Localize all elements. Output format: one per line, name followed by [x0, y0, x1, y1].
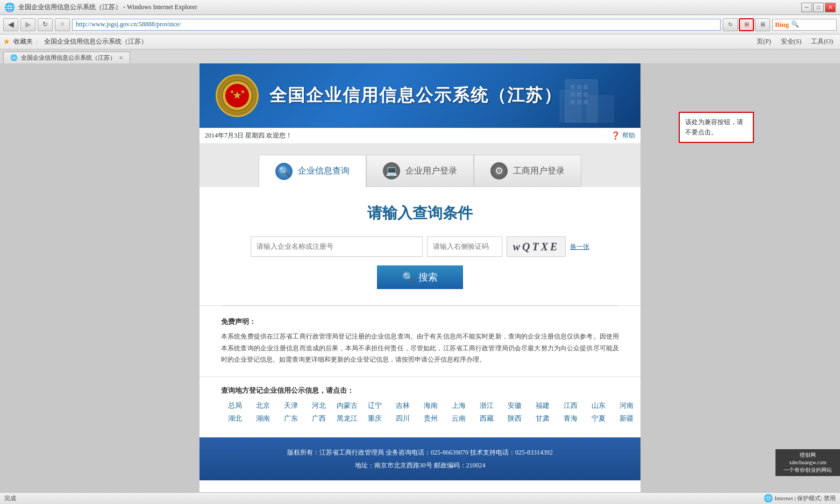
disclaimer-title: 免费声明： — [221, 317, 619, 327]
close-button[interactable]: ✕ — [825, 3, 836, 12]
tab-enterprise-login[interactable]: 💻 企业用户登录 — [366, 155, 474, 187]
province-link-浙江[interactable]: 浙江 — [473, 401, 501, 411]
province-link-湖南[interactable]: 湖南 — [249, 414, 277, 423]
disclaimer-section: 免费声明： 本系统免费提供在江苏省工商行政管理局登记注册的企业信息查询。由于有关… — [200, 306, 640, 377]
province-link-宁夏[interactable]: 宁夏 — [585, 414, 613, 423]
address-box[interactable]: http://www.jsgsj.gov.cn:58888/province/ — [72, 19, 721, 31]
tab-search-label: 企业信息查询 — [298, 165, 350, 177]
tab-close-button[interactable]: ✕ — [119, 55, 123, 61]
help-text: 帮助 — [622, 131, 635, 140]
province-link-上海[interactable]: 上海 — [445, 401, 473, 411]
date-text: 2014年7月3日 星期四 欢迎您！ — [205, 131, 292, 140]
site-title: 全国企业信用信息公示系统（江苏） — [269, 84, 562, 107]
province-row-2: 湖北 湖南 广东 广西 黑龙江 重庆 四川 贵州 云南 西藏 陕西 甘肃 青海 … — [221, 414, 619, 423]
favorites-bar: ★ 收藏夹 | 全国企业信用信息公示系统（江苏） 页(P) 安全(S) 工具(O… — [0, 34, 840, 49]
favorites-star-icon: ★ — [3, 37, 10, 46]
reload-button[interactable]: ↻ — [723, 18, 738, 31]
province-link-江西[interactable]: 江西 — [557, 401, 585, 411]
province-link-北京[interactable]: 北京 — [249, 401, 277, 411]
province-link-安徽[interactable]: 安徽 — [501, 401, 529, 411]
svg-rect-1 — [571, 85, 575, 89]
watermark: 猎创网 xdechuangw.com 一个有你创业的网站 — [775, 449, 840, 476]
watermark-text: 猎创网 xdechuangw.com 一个有你创业的网站 — [784, 451, 832, 474]
refresh-button[interactable]: ↻ — [38, 18, 53, 31]
province-link-吉林[interactable]: 吉林 — [389, 401, 417, 411]
province-link-重庆[interactable]: 重庆 — [361, 414, 389, 423]
province-link-广东[interactable]: 广东 — [277, 414, 305, 423]
province-link-贵州[interactable]: 贵州 — [417, 414, 445, 423]
minimize-button[interactable]: ─ — [801, 3, 812, 12]
province-link-陕西[interactable]: 陕西 — [501, 414, 529, 423]
globe-icon: 🌐 — [764, 494, 773, 503]
tab-enterprise-label: 企业用户登录 — [405, 165, 457, 177]
province-link-天津[interactable]: 天津 — [277, 401, 305, 411]
province-link-内蒙古[interactable]: 内蒙古 — [333, 401, 361, 411]
rss-button[interactable]: ⊞ — [755, 18, 770, 31]
province-link-山东[interactable]: 山东 — [585, 401, 613, 411]
search-icon: 🔍 — [791, 20, 799, 28]
watermark-line1: 猎创网 — [784, 451, 832, 459]
svg-rect-10 — [560, 90, 581, 123]
tab-label: 全国企业信用信息公示系统（江苏） — [21, 54, 116, 62]
address-text: http://www.jsgsj.gov.cn:58888/province/ — [76, 20, 181, 28]
search-section: 请输入查询条件 wQTXE 换一张 🔍 搜索 — [200, 187, 640, 306]
province-link-海南[interactable]: 海南 — [417, 401, 445, 411]
tools-menu[interactable]: 工具(O) — [807, 35, 837, 48]
page-menu[interactable]: 页(P) — [753, 35, 775, 48]
browser-tab[interactable]: 🌐 全国企业信用信息公示系统（江苏） ✕ — [3, 52, 130, 63]
captcha-text: wQTXE — [513, 241, 560, 253]
compat-button[interactable]: ⊞ — [739, 18, 754, 31]
window-controls: ─ □ ✕ — [801, 3, 836, 12]
svg-text:★: ★ — [240, 89, 245, 95]
tab-bar: 🌐 全国企业信用信息公示系统（江苏） ✕ — [0, 49, 840, 63]
svg-text:★: ★ — [230, 89, 234, 95]
zone-text: Internet | 保护模式: 禁用 — [774, 494, 836, 502]
favorites-label[interactable]: 收藏夹 — [13, 37, 33, 46]
maximize-button[interactable]: □ — [813, 3, 824, 12]
province-link-河南[interactable]: 河南 — [613, 401, 640, 411]
svg-rect-2 — [577, 85, 581, 89]
province-link-湖北[interactable]: 湖北 — [221, 414, 249, 423]
province-link-黑龙江[interactable]: 黑龙江 — [333, 414, 361, 423]
tab-govt-login[interactable]: ⚙ 工商用户登录 — [474, 155, 581, 187]
help-link[interactable]: ❓ 帮助 — [611, 131, 635, 140]
tooltip-overlay: 该处为兼容按钮，请不要点击。 — [679, 112, 754, 143]
province-link-总局[interactable]: 总局 — [221, 401, 249, 411]
province-link-辽宁[interactable]: 辽宁 — [361, 401, 389, 411]
province-link-河北[interactable]: 河北 — [305, 401, 333, 411]
stop-button[interactable]: ✕ — [55, 18, 70, 31]
province-link-西藏[interactable]: 西藏 — [473, 414, 501, 423]
province-title: 查询地方登记企业信用公示信息，请点击： — [221, 386, 619, 395]
bing-logo: Bing — [775, 20, 789, 29]
title-bar: 🌐 全国企业信用信息公示系统（江苏） - Windows Internet Ex… — [0, 0, 840, 15]
window-title: 全国企业信用信息公示系统（江苏） - Windows Internet Expl… — [18, 3, 801, 12]
tab-govt-label: 工商用户登录 — [513, 165, 565, 177]
safety-menu[interactable]: 安全(S) — [777, 35, 806, 48]
forward-button[interactable]: ▶ — [20, 18, 35, 31]
province-link-福建[interactable]: 福建 — [529, 401, 557, 411]
favorites-item[interactable]: 全国企业信用信息公示系统（江苏） — [40, 35, 151, 48]
captcha-input[interactable] — [427, 236, 502, 257]
search-button-row: 🔍 搜索 — [210, 265, 630, 289]
province-link-广西[interactable]: 广西 — [305, 414, 333, 423]
province-link-甘肃[interactable]: 甘肃 — [529, 414, 557, 423]
bing-search-box[interactable]: Bing 🔍 — [772, 19, 837, 31]
tooltip-text: 该处为兼容按钮，请不要点击。 — [685, 118, 743, 136]
back-button[interactable]: ◀ — [3, 18, 18, 31]
status-bar: 完成 🌐 Internet | 保护模式: 禁用 — [0, 492, 840, 504]
help-icon: ❓ — [611, 131, 620, 140]
province-link-四川[interactable]: 四川 — [389, 414, 417, 423]
province-link-青海[interactable]: 青海 — [557, 414, 585, 423]
govt-tab-icon: ⚙ — [490, 162, 508, 179]
province-link-云南[interactable]: 云南 — [445, 414, 473, 423]
tab-search[interactable]: 🔍 企业信息查询 — [259, 155, 366, 187]
watermark-line2: xdechuangw.com — [784, 459, 832, 466]
province-section: 查询地方登记企业信用公示信息，请点击： 总局 北京 天津 河北 内蒙古 辽宁 吉… — [200, 377, 640, 437]
company-search-input[interactable] — [251, 236, 423, 257]
enterprise-tab-icon: 💻 — [383, 162, 400, 179]
captcha-refresh-link[interactable]: 换一张 — [570, 242, 589, 251]
svg-rect-11 — [587, 96, 614, 123]
content-area: 该处为兼容按钮，请不要点击。 — [0, 63, 840, 492]
province-link-新疆[interactable]: 新疆 — [613, 414, 640, 423]
search-button[interactable]: 🔍 搜索 — [377, 265, 463, 289]
